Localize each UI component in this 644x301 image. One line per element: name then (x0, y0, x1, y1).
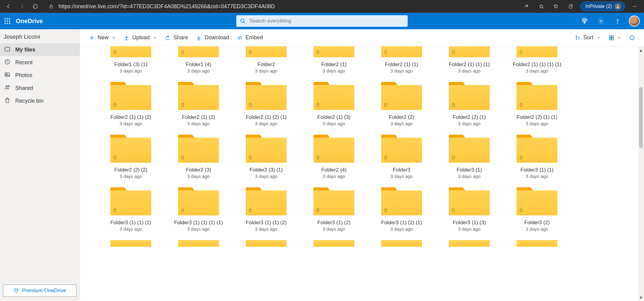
folder-tile[interactable]: 0Folder2 (1) (1) (2)3 days ago (102, 82, 159, 126)
info-button[interactable] (626, 33, 638, 42)
file-grid-scroll[interactable]: 0Folder1 (3) (1)3 days ago0Folder1 (4)3 … (80, 46, 644, 301)
folder-tile[interactable] (306, 240, 362, 247)
folder-count: 0 (452, 102, 455, 108)
folder-name: Folder3 (1) (2) (317, 220, 351, 226)
new-button[interactable]: New (86, 33, 119, 43)
sidebar-item-my-files[interactable]: My files (0, 43, 80, 56)
folder-tile[interactable]: 0Folder23 days ago (238, 46, 295, 73)
sidebar-item-recent[interactable]: Recent (0, 56, 80, 69)
app-launcher-button[interactable] (0, 13, 15, 29)
folder-tile[interactable]: 0Folder33 days ago (373, 135, 430, 179)
collections-button[interactable] (564, 1, 577, 12)
scroll-up-icon[interactable]: ▴ (638, 46, 644, 54)
account-avatar[interactable] (629, 16, 640, 27)
folder-tile[interactable]: 0Folder2 (1) (3)3 days ago (306, 82, 362, 126)
folder-modified: 3 days ago (120, 174, 142, 179)
folder-modified: 3 days ago (458, 68, 480, 73)
svg-rect-9 (9, 18, 10, 19)
chevron-down-icon (112, 36, 116, 40)
folder-tile[interactable]: 0Folder3 (1) (2) (1)3 days ago (373, 187, 430, 232)
folder-tile[interactable]: 0Folder2 (1) (1) (1)3 days ago (441, 46, 498, 73)
lock-icon (46, 4, 56, 9)
folder-tile[interactable]: 0Folder3 (1) (1)3 days ago (509, 135, 565, 179)
folder-tile[interactable] (238, 240, 295, 247)
refresh-button[interactable] (29, 1, 41, 12)
inprivate-label: InPrivate (2) (585, 4, 612, 9)
folder-tile[interactable]: 0Folder1 (3) (1)3 days ago (102, 46, 159, 73)
upload-button[interactable]: Upload (121, 33, 160, 43)
folder-tile[interactable]: 0Folder2 (1) (2)3 days ago (170, 82, 227, 126)
scroll-thumb[interactable] (639, 87, 643, 148)
more-button[interactable] (628, 1, 642, 12)
folder-name: Folder3 (393, 167, 410, 173)
folder-tile[interactable]: 0Folder3 (2)3 days ago (509, 187, 565, 232)
chevron-down-icon (596, 36, 601, 40)
folder-tile[interactable]: 0Folder2 (2) (2)3 days ago (102, 135, 159, 179)
folder-icon: 0 (313, 135, 354, 163)
settings-button[interactable] (596, 16, 606, 26)
folder-count: 0 (384, 155, 387, 161)
sidebar-item-photos[interactable]: Photos (0, 69, 80, 82)
folder-name: Folder2 (1) (1) (1) (1) (513, 62, 561, 68)
svg-point-6 (636, 6, 636, 7)
address-bar[interactable]: https://onedrive.live.com/?id=477ED3C3DF… (59, 3, 275, 10)
folder-tile[interactable] (373, 240, 430, 247)
folder-tile[interactable]: 0Folder2 (4)3 days ago (306, 135, 362, 179)
sidebar-item-recycle-bin[interactable]: Recycle bin (0, 94, 80, 107)
folder-tile[interactable] (509, 240, 565, 247)
folder-tile[interactable]: 0Folder2 (2) (1)3 days ago (441, 82, 498, 126)
search-box[interactable] (236, 15, 408, 27)
folder-icon: 0 (517, 135, 557, 163)
folder-tile[interactable]: 0Folder2 (1) (1)3 days ago (373, 46, 430, 73)
forward-button[interactable] (16, 1, 28, 12)
folder-count: 0 (317, 49, 319, 55)
folder-name: Folder2 (1) (1) (385, 62, 418, 68)
embed-button[interactable]: Embed (234, 33, 266, 43)
scroll-down-icon[interactable]: ▾ (638, 294, 644, 301)
download-button[interactable]: Download (193, 33, 232, 43)
sort-button[interactable]: Sort (572, 33, 604, 43)
app-header: OneDrive (0, 13, 644, 29)
folder-tile[interactable]: 0Folder2 (3) (1)3 days ago (238, 135, 295, 179)
view-button[interactable] (606, 33, 624, 42)
folder-tile[interactable] (441, 240, 498, 247)
sidebar-item-shared[interactable]: Shared (0, 82, 80, 94)
favorites-button[interactable] (549, 1, 563, 12)
folder-name: Folder3 (1) (1) (2) (246, 220, 287, 226)
folder-tile[interactable]: 0Folder1 (4)3 days ago (170, 46, 227, 73)
folder-name: Folder3 (1) (1) (521, 167, 554, 173)
folder-icon: 0 (313, 82, 354, 110)
add-favorite-button[interactable] (535, 1, 548, 12)
folder-tile[interactable]: 0Folder2 (3)3 days ago (170, 135, 227, 179)
folder-icon: 0 (381, 135, 422, 163)
folder-name: Folder3 (2) (524, 220, 549, 226)
back-button[interactable] (2, 1, 15, 12)
premium-icon[interactable] (579, 16, 590, 26)
folder-tile[interactable] (102, 240, 159, 247)
nav-icon (4, 59, 10, 66)
folder-tile[interactable]: 0Folder3 (1)3 days ago (441, 135, 498, 179)
share-button[interactable]: Share (162, 33, 191, 43)
folder-tile[interactable]: 0Folder2 (2)3 days ago (373, 82, 430, 126)
read-aloud-button[interactable]: ) (520, 1, 533, 12)
folder-tile[interactable]: 0Folder3 (1) (1) (1) (1)3 days ago (170, 187, 227, 232)
premium-onedrive-button[interactable]: Premium OneDrive (3, 285, 77, 297)
folder-tile[interactable]: 0Folder3 (1) (1) (2)3 days ago (238, 187, 295, 232)
search-input[interactable] (249, 18, 404, 24)
folder-tile[interactable]: 0Folder3 (1) (1) (1)3 days ago (102, 187, 159, 232)
folder-tile[interactable]: 0Folder2 (2) (1) (1)3 days ago (509, 82, 565, 126)
folder-tile[interactable]: 0Folder3 (1) (2)3 days ago (306, 187, 362, 232)
folder-tile[interactable]: 0Folder3 (1) (3)3 days ago (441, 187, 498, 232)
folder-icon (313, 240, 354, 247)
scrollbar[interactable]: ▴ ▾ (638, 46, 644, 301)
inprivate-indicator[interactable]: InPrivate (2) (580, 2, 625, 11)
folder-tile[interactable] (170, 240, 227, 247)
help-button[interactable] (612, 16, 623, 26)
folder-tile[interactable]: 0Folder2 (1) (2) (1)3 days ago (238, 82, 295, 126)
folder-modified: 3 days ago (120, 226, 142, 232)
folder-modified: 3 days ago (458, 121, 480, 126)
folder-tile[interactable]: 0Folder2 (1)3 days ago (306, 46, 362, 73)
chevron-down-icon (153, 36, 157, 40)
folder-count: 0 (384, 49, 387, 55)
folder-tile[interactable]: 0Folder2 (1) (1) (1) (1)3 days ago (509, 46, 565, 73)
